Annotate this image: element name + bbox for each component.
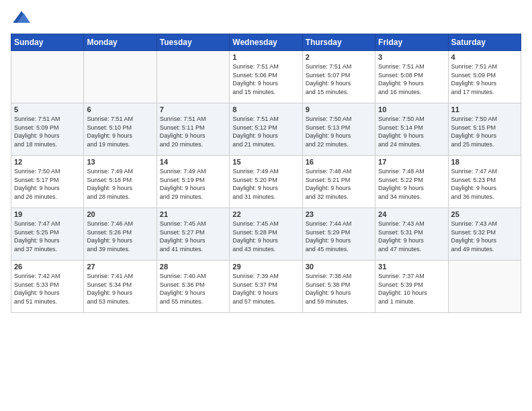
day-number: 10 [378,105,445,113]
calendar-cell: 7Sunrise: 7:51 AMSunset: 5:11 PMDaylight… [157,103,229,156]
day-number: 5 [14,105,81,113]
day-number: 15 [232,158,299,166]
day-number: 24 [378,210,445,218]
logo-icon [11,7,32,28]
day-info: Sunrise: 7:42 AMSunset: 5:33 PMDaylight:… [14,272,81,306]
calendar-header-tuesday: Tuesday [157,34,229,51]
day-number: 1 [232,53,299,61]
day-info: Sunrise: 7:51 AMSunset: 5:06 PMDaylight:… [232,62,299,96]
day-info: Sunrise: 7:51 AMSunset: 5:12 PMDaylight:… [232,115,299,148]
day-number: 17 [378,158,445,166]
day-number: 25 [451,210,518,218]
calendar-cell: 20Sunrise: 7:46 AMSunset: 5:26 PMDayligh… [84,208,157,261]
calendar-cell: 9Sunrise: 7:50 AMSunset: 5:13 PMDaylight… [302,103,375,156]
calendar-cell: 18Sunrise: 7:47 AMSunset: 5:23 PMDayligh… [448,156,521,208]
day-number: 29 [232,263,299,271]
day-info: Sunrise: 7:45 AMSunset: 5:27 PMDaylight:… [160,220,226,253]
calendar-cell: 5Sunrise: 7:51 AMSunset: 5:09 PMDaylight… [11,103,84,156]
calendar-cell: 11Sunrise: 7:50 AMSunset: 5:15 PMDayligh… [448,103,521,156]
day-info: Sunrise: 7:46 AMSunset: 5:26 PMDaylight:… [87,220,153,253]
day-number: 2 [306,53,372,61]
day-info: Sunrise: 7:45 AMSunset: 5:28 PMDaylight:… [232,220,299,253]
day-number: 21 [160,210,226,218]
day-info: Sunrise: 7:50 AMSunset: 5:17 PMDaylight:… [14,167,81,201]
day-info: Sunrise: 7:51 AMSunset: 5:09 PMDaylight:… [14,115,81,148]
day-info: Sunrise: 7:48 AMSunset: 5:22 PMDaylight:… [378,167,445,201]
day-number: 30 [306,263,372,271]
calendar-cell: 8Sunrise: 7:51 AMSunset: 5:12 PMDaylight… [230,103,302,156]
calendar-week-2: 12Sunrise: 7:50 AMSunset: 5:17 PMDayligh… [11,156,521,208]
logo [11,7,35,28]
calendar-header-row: SundayMondayTuesdayWednesdayThursdayFrid… [11,34,521,51]
calendar-table: SundayMondayTuesdayWednesdayThursdayFrid… [11,34,521,313]
day-info: Sunrise: 7:48 AMSunset: 5:21 PMDaylight:… [306,167,372,201]
calendar-cell [157,51,229,103]
day-info: Sunrise: 7:39 AMSunset: 5:37 PMDaylight:… [232,272,299,306]
day-info: Sunrise: 7:50 AMSunset: 5:14 PMDaylight:… [378,115,445,148]
day-info: Sunrise: 7:50 AMSunset: 5:13 PMDaylight:… [306,115,372,148]
day-info: Sunrise: 7:51 AMSunset: 5:10 PMDaylight:… [87,115,153,148]
calendar-cell: 1Sunrise: 7:51 AMSunset: 5:06 PMDaylight… [230,51,302,103]
day-number: 14 [160,158,226,166]
calendar-cell: 28Sunrise: 7:40 AMSunset: 5:36 PMDayligh… [157,261,229,313]
day-info: Sunrise: 7:51 AMSunset: 5:08 PMDaylight:… [378,62,445,96]
day-info: Sunrise: 7:37 AMSunset: 5:39 PMDaylight:… [378,272,445,306]
calendar-cell: 3Sunrise: 7:51 AMSunset: 5:08 PMDaylight… [375,51,448,103]
page: SundayMondayTuesdayWednesdayThursdayFrid… [0,0,532,411]
calendar-header-friday: Friday [375,34,448,51]
calendar-cell: 29Sunrise: 7:39 AMSunset: 5:37 PMDayligh… [230,261,302,313]
day-info: Sunrise: 7:41 AMSunset: 5:34 PMDaylight:… [87,272,153,306]
calendar-cell: 24Sunrise: 7:43 AMSunset: 5:31 PMDayligh… [375,208,448,261]
day-info: Sunrise: 7:43 AMSunset: 5:31 PMDaylight:… [378,220,445,253]
calendar-cell: 16Sunrise: 7:48 AMSunset: 5:21 PMDayligh… [302,156,375,208]
calendar-cell [448,261,521,313]
calendar-cell: 14Sunrise: 7:49 AMSunset: 5:19 PMDayligh… [157,156,229,208]
calendar-cell [11,51,84,103]
header [11,7,521,28]
calendar-week-1: 5Sunrise: 7:51 AMSunset: 5:09 PMDaylight… [11,103,521,156]
calendar-cell: 12Sunrise: 7:50 AMSunset: 5:17 PMDayligh… [11,156,84,208]
day-info: Sunrise: 7:50 AMSunset: 5:15 PMDaylight:… [451,115,518,148]
day-number: 9 [306,105,372,113]
day-number: 6 [87,105,153,113]
day-number: 23 [306,210,372,218]
day-number: 28 [160,263,226,271]
day-info: Sunrise: 7:47 AMSunset: 5:25 PMDaylight:… [14,220,81,253]
calendar-cell: 6Sunrise: 7:51 AMSunset: 5:10 PMDaylight… [84,103,157,156]
day-info: Sunrise: 7:51 AMSunset: 5:07 PMDaylight:… [306,62,372,96]
day-number: 3 [378,53,445,61]
calendar-week-0: 1Sunrise: 7:51 AMSunset: 5:06 PMDaylight… [11,51,521,103]
calendar-cell: 15Sunrise: 7:49 AMSunset: 5:20 PMDayligh… [230,156,302,208]
day-info: Sunrise: 7:49 AMSunset: 5:18 PMDaylight:… [87,167,153,201]
calendar-header-sunday: Sunday [11,34,84,51]
calendar-week-4: 26Sunrise: 7:42 AMSunset: 5:33 PMDayligh… [11,261,521,313]
calendar-cell: 30Sunrise: 7:38 AMSunset: 5:38 PMDayligh… [302,261,375,313]
day-info: Sunrise: 7:40 AMSunset: 5:36 PMDaylight:… [160,272,226,306]
calendar-cell: 23Sunrise: 7:44 AMSunset: 5:29 PMDayligh… [302,208,375,261]
day-info: Sunrise: 7:38 AMSunset: 5:38 PMDaylight:… [306,272,372,306]
calendar-cell: 22Sunrise: 7:45 AMSunset: 5:28 PMDayligh… [230,208,302,261]
day-number: 22 [232,210,299,218]
calendar-cell: 4Sunrise: 7:51 AMSunset: 5:09 PMDaylight… [448,51,521,103]
day-info: Sunrise: 7:51 AMSunset: 5:09 PMDaylight:… [451,62,518,96]
day-number: 26 [14,263,81,271]
calendar-header-saturday: Saturday [448,34,521,51]
calendar-header-monday: Monday [84,34,157,51]
calendar-cell: 17Sunrise: 7:48 AMSunset: 5:22 PMDayligh… [375,156,448,208]
day-number: 16 [306,158,372,166]
calendar-header-wednesday: Wednesday [230,34,302,51]
day-info: Sunrise: 7:44 AMSunset: 5:29 PMDaylight:… [306,220,372,253]
calendar-cell: 31Sunrise: 7:37 AMSunset: 5:39 PMDayligh… [375,261,448,313]
day-number: 31 [378,263,445,271]
day-number: 12 [14,158,81,166]
day-number: 7 [160,105,226,113]
calendar-header-thursday: Thursday [302,34,375,51]
calendar-cell: 19Sunrise: 7:47 AMSunset: 5:25 PMDayligh… [11,208,84,261]
calendar-cell: 27Sunrise: 7:41 AMSunset: 5:34 PMDayligh… [84,261,157,313]
day-number: 11 [451,105,518,113]
calendar-cell: 21Sunrise: 7:45 AMSunset: 5:27 PMDayligh… [157,208,229,261]
day-info: Sunrise: 7:43 AMSunset: 5:32 PMDaylight:… [451,220,518,253]
calendar-cell: 26Sunrise: 7:42 AMSunset: 5:33 PMDayligh… [11,261,84,313]
calendar-cell [84,51,157,103]
day-info: Sunrise: 7:51 AMSunset: 5:11 PMDaylight:… [160,115,226,148]
